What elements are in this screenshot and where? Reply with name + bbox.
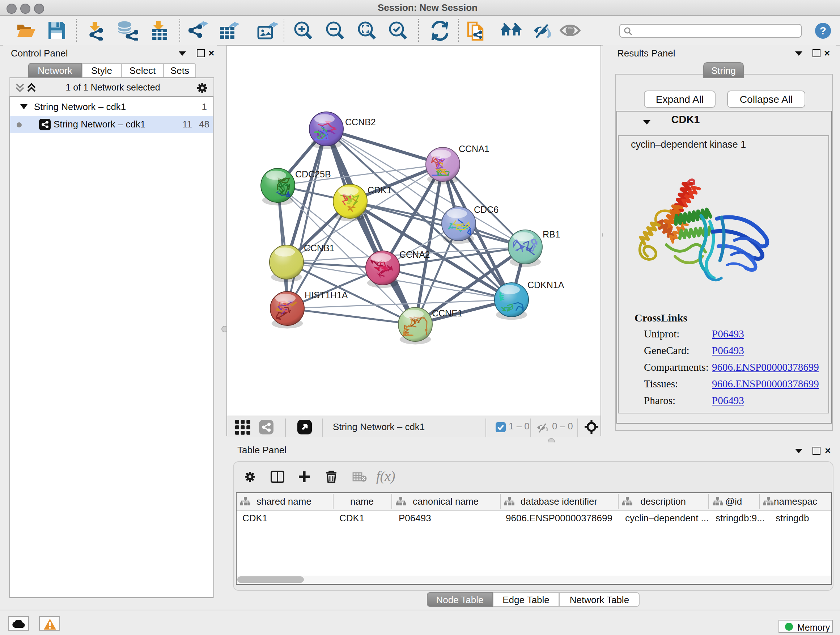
svg-text:?: ? bbox=[820, 25, 826, 36]
svg-text:CDC6: CDC6 bbox=[474, 204, 499, 215]
svg-text:CCNB1: CCNB1 bbox=[304, 243, 335, 253]
svg-text:CCNE1: CCNE1 bbox=[432, 308, 463, 318]
svg-text:CCNB2: CCNB2 bbox=[345, 117, 376, 127]
svg-text:CCNA1: CCNA1 bbox=[459, 144, 489, 154]
svg-text:CCNA2: CCNA2 bbox=[399, 249, 430, 260]
svg-text:CDK1: CDK1 bbox=[368, 185, 392, 195]
svg-text:CDC25B: CDC25B bbox=[295, 169, 331, 179]
svg-text:RB1: RB1 bbox=[543, 229, 561, 239]
svg-text:CDKN1A: CDKN1A bbox=[527, 280, 564, 290]
svg-text:HIST1H1A: HIST1H1A bbox=[305, 290, 348, 300]
